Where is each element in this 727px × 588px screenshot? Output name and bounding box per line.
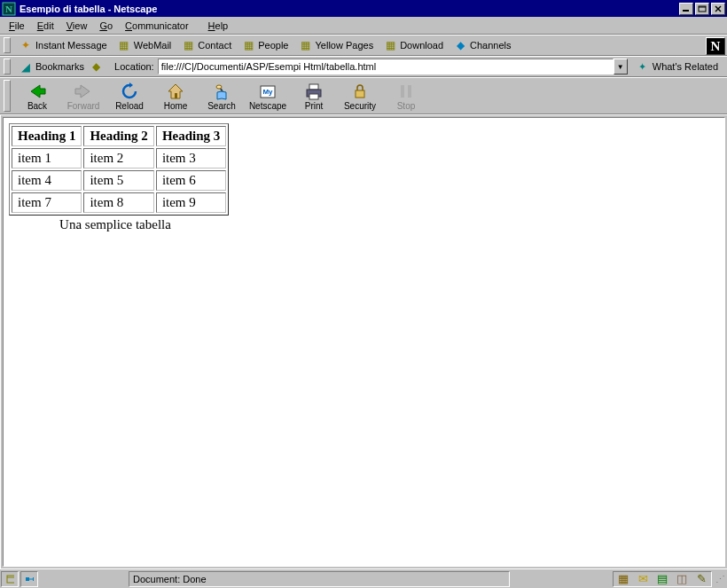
component-bar: ▦ ✉ ▤ ◫ ✎ <box>613 571 712 587</box>
download-icon: ▦ <box>384 39 396 51</box>
reload-button[interactable]: Reload <box>106 78 152 114</box>
svg-text:My: My <box>262 88 273 96</box>
content-frame: Heading 1 Heading 2 Heading 3 item 1 ite… <box>0 114 727 568</box>
back-button[interactable]: Back <box>14 78 60 114</box>
table-cell: item 5 <box>83 170 153 191</box>
table-cell: item 3 <box>156 148 226 169</box>
table-row: item 1 item 2 item 3 <box>12 148 226 169</box>
print-icon <box>304 82 324 101</box>
taskbar-addressbook-icon[interactable]: ◫ <box>672 572 692 586</box>
whats-related[interactable]: ✦ What's Related <box>631 60 723 73</box>
home-button[interactable]: Home <box>152 78 199 114</box>
bookmarks-button[interactable]: ◢ Bookmarks <box>14 60 90 73</box>
table-cell: item 6 <box>156 170 226 191</box>
location-input[interactable] <box>158 59 614 74</box>
channels-icon: ◆ <box>454 39 466 51</box>
netscape-button[interactable]: My Netscape <box>245 78 291 114</box>
svg-rect-20 <box>401 85 404 98</box>
webmail[interactable]: ▦ WebMail <box>113 36 177 54</box>
table-caption: Una semplice tabella <box>9 217 222 232</box>
people[interactable]: ▦ People <box>237 36 293 54</box>
channels[interactable]: ◆ Channels <box>449 36 516 54</box>
statusbar: Document: Done ▦ ✉ ▤ ◫ ✎ ⋰ <box>0 568 727 588</box>
table-row: item 7 item 8 item 9 <box>12 192 226 213</box>
svg-rect-21 <box>408 85 411 98</box>
svg-rect-25 <box>33 577 34 581</box>
svg-rect-19 <box>356 90 364 98</box>
table-cell: item 1 <box>12 148 82 169</box>
print-button[interactable]: Print <box>291 78 337 114</box>
table-cell: item 7 <box>12 192 82 213</box>
instant-message[interactable]: ✦ Instant Message <box>14 36 113 54</box>
taskbar-news-icon[interactable]: ▤ <box>653 572 672 586</box>
location-toolbar: ◢ Bookmarks ◆ Location: ▼ ✦ What's Relat… <box>0 56 727 77</box>
taskbar-composer-icon[interactable]: ✎ <box>692 572 711 586</box>
location-label: Location: <box>114 61 154 72</box>
yellow-pages[interactable]: ▦ Yellow Pages <box>294 36 379 54</box>
reload-icon <box>120 82 139 101</box>
toolbar-grip[interactable] <box>4 37 11 53</box>
data-table: Heading 1 Heading 2 Heading 3 item 1 ite… <box>9 123 229 216</box>
netscape-logo[interactable]: N <box>706 37 725 55</box>
svg-rect-24 <box>26 577 29 581</box>
yellow-pages-icon: ▦ <box>300 39 312 51</box>
table-header: Heading 1 <box>12 126 82 146</box>
svg-rect-22 <box>7 576 14 583</box>
svg-marker-8 <box>75 85 90 98</box>
svg-rect-11 <box>175 93 177 98</box>
taskbar-mail-icon[interactable]: ✉ <box>633 572 653 586</box>
menubar: File Edit View Go Communicator Help <box>0 17 727 35</box>
stop-button: Stop <box>383 78 429 114</box>
security-button[interactable]: Security <box>337 78 383 114</box>
search-icon <box>212 82 231 101</box>
menu-file[interactable]: File <box>3 19 31 33</box>
download[interactable]: ▦ Download <box>379 36 449 54</box>
maximize-button[interactable] <box>695 3 709 15</box>
svg-rect-18 <box>309 94 318 99</box>
stop-icon <box>396 82 416 101</box>
table-cell: item 2 <box>83 148 153 169</box>
contact-icon: ▦ <box>182 39 194 51</box>
svg-marker-7 <box>31 85 45 98</box>
nav-toolbar: Back Forward Reload Home Search My Netsc… <box>0 77 727 114</box>
back-icon <box>27 82 47 101</box>
table-cell: item 9 <box>156 192 226 213</box>
forward-icon <box>74 82 93 101</box>
menu-communicator[interactable]: Communicator <box>119 19 195 33</box>
taskbar-navigator-icon[interactable]: ▦ <box>614 572 633 586</box>
people-icon: ▦ <box>242 39 254 51</box>
security-icon <box>350 82 370 101</box>
menu-edit[interactable]: Edit <box>31 19 60 33</box>
svg-point-12 <box>216 85 222 89</box>
location-dropdown[interactable]: ▼ <box>614 59 628 74</box>
toolbar-grip[interactable] <box>4 80 11 112</box>
webmail-icon: ▦ <box>118 39 130 51</box>
page-content: Heading 1 Heading 2 Heading 3 item 1 ite… <box>3 117 725 567</box>
table-row: item 4 item 5 item 6 <box>12 170 226 191</box>
app-icon: N <box>2 2 16 16</box>
menu-go[interactable]: Go <box>93 19 119 33</box>
table-cell: item 4 <box>12 170 82 191</box>
svg-marker-9 <box>129 82 133 88</box>
search-button[interactable]: Search <box>199 78 245 114</box>
status-online-icon[interactable] <box>20 571 38 587</box>
forward-button: Forward <box>60 78 106 114</box>
toolbar-grip[interactable] <box>4 59 11 74</box>
menu-help[interactable]: Help <box>202 19 235 33</box>
table-cell: item 8 <box>83 192 153 213</box>
minimize-button[interactable] <box>679 3 693 15</box>
bookmarks-icon: ◢ <box>20 60 32 73</box>
instant-message-icon: ✦ <box>20 39 32 51</box>
resize-grip[interactable]: ⋰ <box>713 571 727 587</box>
window-title: Esempio di tabella - Netscape <box>20 4 677 14</box>
status-security-icon[interactable] <box>1 571 19 587</box>
contact[interactable]: ▦ Contact <box>176 36 237 54</box>
page-proxy-icon[interactable]: ◆ <box>90 60 102 73</box>
menu-view[interactable]: View <box>60 19 94 33</box>
home-icon <box>166 82 185 101</box>
status-document: Document: Done <box>129 571 510 587</box>
personal-toolbar: ✦ Instant Message ▦ WebMail ▦ Contact ▦ … <box>0 35 727 56</box>
close-button[interactable] <box>711 3 725 15</box>
titlebar: N Esempio di tabella - Netscape <box>0 0 727 17</box>
table-header: Heading 2 <box>83 126 153 146</box>
